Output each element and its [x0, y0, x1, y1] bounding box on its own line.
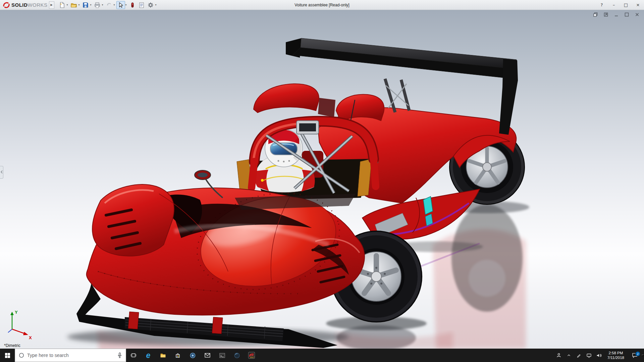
mail-envelope-icon — [204, 353, 211, 358]
round-app-button[interactable] — [185, 349, 200, 362]
start-button[interactable] — [0, 349, 15, 362]
brand-solid: SOLID — [11, 2, 28, 8]
close-doc-icon[interactable] — [634, 12, 640, 18]
volume-button[interactable] — [594, 353, 604, 358]
microphone-icon — [117, 352, 122, 358]
3d-viewport[interactable]: Y X *Dimetric — [0, 10, 644, 349]
task-view-icon — [130, 353, 137, 358]
solidworks-2017-button[interactable]: SW 2017 — [244, 349, 259, 362]
panel-collapse-handle[interactable] — [0, 166, 3, 179]
system-tray: 2:58 PM 7/11/2018 2 — [554, 349, 644, 362]
standard-toolbar: ▾ ▾ ▾ — [58, 1, 158, 9]
orientation-triad: Y X — [5, 308, 35, 339]
file-properties-button[interactable] — [137, 1, 146, 9]
undo-caret[interactable]: ▾ — [114, 3, 116, 6]
print-button[interactable] — [93, 1, 102, 9]
taskbar-clock[interactable]: 2:58 PM 7/11/2018 — [604, 351, 628, 360]
document-window-controls — [593, 12, 640, 18]
console-window-icon — [219, 353, 225, 358]
store-bag-icon — [175, 352, 181, 358]
taskbar: e — [0, 349, 644, 362]
network-icon — [586, 353, 592, 358]
undo-button[interactable] — [105, 1, 113, 9]
windows-logo-icon — [5, 353, 10, 358]
pen-icon — [576, 353, 581, 358]
edge-icon: e — [146, 352, 151, 359]
close-button[interactable]: × — [632, 0, 644, 10]
show-desktop-button[interactable] — [642, 355, 644, 356]
screen: SOLIDWORKS ▶ ▾ ▾ — [0, 0, 644, 362]
volume-icon — [596, 353, 602, 358]
save-button[interactable] — [81, 1, 90, 9]
options-gear-icon — [147, 2, 154, 8]
chevron-up-icon — [567, 353, 571, 358]
titlebar: SOLIDWORKS ▶ ▾ ▾ — [0, 0, 644, 10]
options-button[interactable] — [146, 1, 155, 9]
options-caret[interactable]: ▾ — [155, 3, 158, 6]
open-button[interactable] — [69, 1, 78, 9]
minimize-button[interactable]: – — [608, 0, 620, 10]
file-explorer-icon — [160, 352, 166, 358]
maximize-button[interactable]: □ — [620, 0, 632, 10]
save-caret[interactable]: ▾ — [90, 3, 93, 6]
triad-y-label: Y — [15, 310, 18, 315]
help-button[interactable]: ? — [596, 0, 608, 10]
select-cursor-icon — [117, 2, 124, 8]
select-caret[interactable]: ▾ — [125, 3, 128, 6]
menu-flyout-arrow[interactable]: ▶ — [49, 1, 54, 9]
rebuild-button[interactable] — [128, 1, 137, 9]
document-title: Voiture assemblee [Read-only] — [294, 0, 349, 10]
clock-time: 2:58 PM — [607, 351, 624, 355]
search-input[interactable] — [27, 353, 114, 358]
restore-down-icon[interactable] — [593, 12, 598, 18]
file-properties-icon — [138, 2, 145, 8]
mail-button[interactable] — [200, 349, 215, 362]
brand-works: WORKS — [28, 2, 47, 8]
float-window-icon[interactable] — [603, 12, 609, 18]
network-button[interactable] — [584, 353, 594, 358]
open-caret[interactable]: ▾ — [78, 3, 81, 6]
windows-ink-button[interactable] — [574, 353, 584, 358]
task-view-button[interactable] — [126, 349, 141, 362]
model-scene — [0, 10, 644, 349]
file-explorer-button[interactable] — [156, 349, 170, 362]
rebuild-icon — [129, 2, 136, 8]
hidden-icons-button[interactable] — [564, 353, 574, 358]
headrest-pods — [254, 84, 384, 121]
view-orientation-label: *Dimetric — [4, 343, 20, 348]
console-button[interactable] — [215, 349, 229, 362]
open-folder-icon — [70, 2, 77, 8]
notification-badge: 2 — [635, 351, 640, 356]
new-document-icon — [59, 2, 65, 8]
media-app-button[interactable] — [229, 349, 244, 362]
print-icon — [94, 2, 101, 8]
window-controls: ? – □ × — [596, 0, 644, 10]
clock-date: 7/11/2018 — [607, 355, 624, 360]
save-floppy-icon — [82, 2, 89, 8]
sw-icon-year: 2017 — [250, 356, 254, 358]
edge-browser-button[interactable]: e — [141, 349, 156, 362]
triad-x-label: X — [29, 335, 32, 339]
new-document-caret[interactable]: ▾ — [67, 3, 69, 6]
cortana-icon — [18, 352, 24, 358]
ds-logo-icon — [3, 1, 10, 9]
flyout-glyph: ▶ — [50, 3, 52, 6]
round-app-icon — [190, 352, 196, 359]
print-caret[interactable]: ▾ — [102, 3, 104, 6]
people-button[interactable] — [554, 353, 564, 358]
solidworks-2017-icon: SW 2017 — [248, 352, 255, 359]
store-button[interactable] — [170, 349, 185, 362]
people-icon — [556, 353, 561, 358]
new-document-button[interactable] — [58, 1, 66, 9]
minimize-doc-icon[interactable] — [613, 12, 619, 18]
maximize-doc-icon[interactable] — [624, 12, 630, 18]
taskbar-search[interactable] — [15, 349, 126, 362]
dark-sphere-app-icon — [234, 352, 240, 359]
undo-icon — [106, 2, 112, 8]
select-button[interactable] — [116, 1, 125, 9]
solidworks-logo: SOLIDWORKS — [3, 1, 48, 9]
action-center-button[interactable]: 2 — [628, 353, 642, 358]
